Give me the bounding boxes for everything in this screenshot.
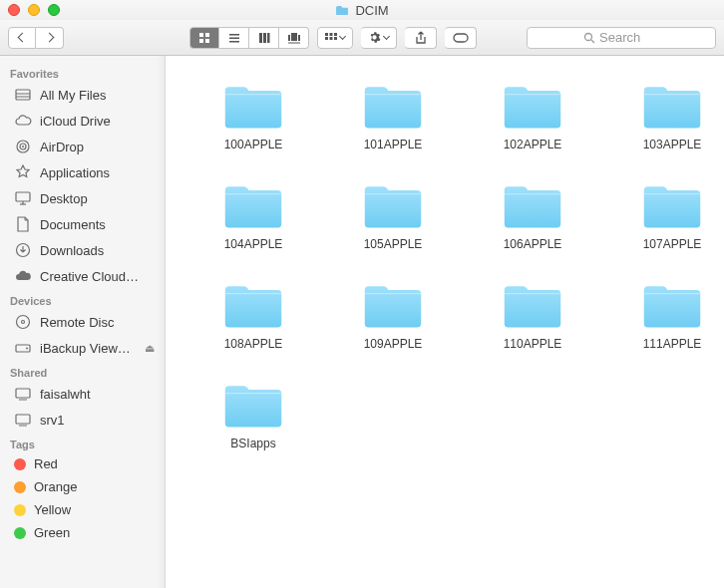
sidebar-item-ibackup-viewer[interactable]: iBackup View… ⏏ (0, 335, 165, 361)
back-button[interactable] (8, 27, 36, 49)
sidebar-item-desktop[interactable]: Desktop (0, 185, 165, 211)
folder-item[interactable]: 105APPLE (333, 179, 453, 251)
folder-item[interactable]: 103APPLE (612, 80, 724, 151)
eject-icon[interactable]: ⏏ (145, 342, 155, 355)
svg-rect-20 (454, 34, 468, 42)
folder-icon (335, 5, 349, 16)
folder-label: 101APPLE (364, 138, 423, 151)
folder-label: 107APPLE (643, 237, 702, 251)
view-mode-buttons (189, 27, 309, 49)
folder-label: 111APPLE (643, 337, 702, 351)
svg-rect-3 (205, 39, 209, 43)
folder-item[interactable]: 108APPLE (193, 279, 313, 351)
svg-rect-16 (334, 33, 337, 36)
folder-icon (221, 279, 285, 331)
folder-icon (221, 379, 285, 431)
grid-icon (325, 33, 337, 43)
sidebar-item-applications[interactable]: Applications (0, 159, 165, 185)
close-window-button[interactable] (8, 4, 20, 16)
sidebar-item-label: Downloads (40, 243, 155, 258)
folder-item[interactable]: 102APPLE (473, 80, 592, 151)
coverflow-view-button[interactable] (279, 27, 309, 49)
content-area: Favorites All My Files iCloud Drive AirD… (0, 56, 724, 588)
svg-rect-4 (229, 34, 239, 36)
column-view-icon (258, 32, 270, 44)
svg-point-36 (26, 348, 28, 350)
folder-label: 110APPLE (504, 337, 562, 351)
desktop-icon (14, 189, 32, 207)
search-input[interactable] (599, 30, 659, 45)
sidebar-item-label: Applications (40, 165, 155, 180)
airdrop-icon (14, 138, 32, 155)
applications-icon (14, 163, 32, 181)
folder-label: 100APPLE (224, 138, 283, 151)
tag-dot-icon (14, 458, 26, 470)
file-browser[interactable]: 100APPLE101APPLE102APPLE103APPLE104APPLE… (166, 56, 724, 588)
sidebar-item-shared-computer[interactable]: srv1 (0, 407, 165, 433)
column-view-button[interactable] (249, 27, 279, 49)
folder-label: BSIapps (230, 437, 275, 450)
sidebar-item-label: iBackup View… (40, 341, 137, 356)
svg-rect-10 (288, 35, 290, 41)
list-view-button[interactable] (219, 27, 249, 49)
sidebar-item-creative-cloud[interactable]: Creative Cloud… (0, 263, 165, 289)
folder-label: 105APPLE (364, 237, 423, 251)
zoom-window-button[interactable] (48, 4, 60, 16)
sidebar-item-label: Yellow (34, 502, 155, 517)
folder-icon (501, 179, 564, 231)
icon-view-button[interactable] (189, 27, 219, 49)
svg-point-21 (585, 33, 592, 40)
svg-rect-37 (16, 389, 30, 398)
svg-rect-39 (16, 415, 30, 424)
tags-button[interactable] (445, 27, 477, 49)
folder-grid: 100APPLE101APPLE102APPLE103APPLE104APPLE… (166, 56, 724, 474)
share-button[interactable] (405, 27, 437, 49)
forward-button[interactable] (36, 27, 64, 49)
folder-item[interactable]: 106APPLE (473, 179, 592, 251)
folder-item[interactable]: 109APPLE (333, 279, 453, 351)
documents-icon (14, 215, 32, 233)
folder-item[interactable]: BSIapps (193, 379, 313, 450)
arrange-button[interactable] (317, 27, 353, 49)
svg-point-28 (22, 146, 24, 147)
sidebar-item-icloud-drive[interactable]: iCloud Drive (0, 108, 165, 134)
sidebar-item-tag-orange[interactable]: Orange (0, 475, 165, 498)
sidebar-item-label: iCloud Drive (40, 114, 155, 129)
svg-rect-12 (298, 35, 300, 41)
sidebar-item-tag-red[interactable]: Red (0, 452, 165, 475)
svg-line-22 (591, 40, 594, 43)
window-controls (0, 4, 60, 16)
sidebar-item-documents[interactable]: Documents (0, 211, 165, 237)
sidebar-item-downloads[interactable]: Downloads (0, 237, 165, 263)
sidebar-item-tag-yellow[interactable]: Yellow (0, 498, 165, 521)
window-title-text: DCIM (355, 3, 388, 18)
nav-buttons (8, 27, 64, 49)
folder-item[interactable]: 104APPLE (193, 179, 313, 251)
sidebar-item-tag-green[interactable]: Green (0, 521, 165, 544)
sidebar-item-airdrop[interactable]: AirDrop (0, 134, 165, 159)
folder-item[interactable]: 110APPLE (473, 279, 592, 351)
minimize-window-button[interactable] (28, 4, 40, 16)
svg-rect-9 (267, 33, 270, 43)
folder-item[interactable]: 101APPLE (333, 80, 453, 151)
svg-rect-38 (19, 399, 27, 400)
svg-rect-1 (205, 33, 209, 37)
folder-item[interactable]: 111APPLE (612, 279, 724, 351)
chevron-down-icon (383, 33, 390, 40)
creative-cloud-icon (14, 267, 32, 285)
sidebar-heading-tags: Tags (0, 433, 165, 452)
sidebar-item-shared-computer[interactable]: faisalwht (0, 381, 165, 407)
search-icon (583, 32, 595, 44)
action-button[interactable] (361, 27, 397, 49)
folder-item[interactable]: 100APPLE (193, 80, 313, 151)
sidebar-item-label: Green (34, 525, 155, 540)
folder-icon (361, 279, 425, 331)
sidebar-item-remote-disc[interactable]: Remote Disc (0, 309, 165, 335)
search-field[interactable] (527, 27, 716, 49)
computer-icon (14, 411, 32, 429)
svg-rect-7 (259, 33, 262, 43)
folder-item[interactable]: 107APPLE (612, 179, 724, 251)
sidebar-item-all-my-files[interactable]: All My Files (0, 82, 165, 108)
folder-label: 102APPLE (504, 138, 562, 151)
toolbar (0, 20, 724, 56)
